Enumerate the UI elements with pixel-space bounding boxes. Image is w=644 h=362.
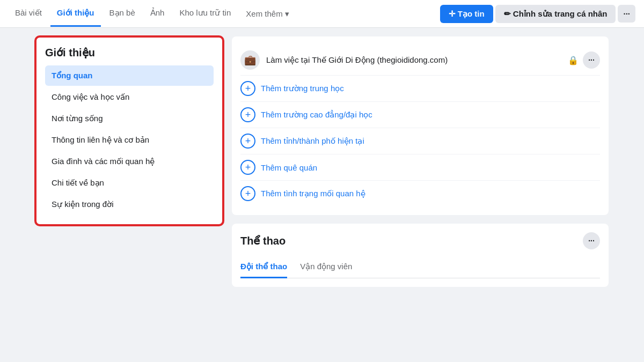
add-relationship-label[interactable]: Thêm tình trạng mối quan hệ (261, 189, 600, 198)
work-row: 💼 Làm việc tại Thế Giới Di Động (thegioi… (240, 45, 600, 76)
add-city-icon: + (240, 134, 255, 149)
sports-title-row: Thể thao ··· (240, 232, 600, 249)
add-hometown-icon: + (240, 160, 255, 175)
plus-icon-2: + (245, 109, 251, 121)
edit-profile-button[interactable]: ✏ Chỉnh sửa trang cá nhân (495, 5, 616, 23)
tab-doi-the-thao[interactable]: Đội thể thao (240, 256, 287, 278)
add-university-row[interactable]: + Thêm trường cao đẳng/đại học (240, 102, 600, 128)
plus-icon-3: + (245, 136, 251, 147)
plus-icon: + (245, 83, 251, 94)
main-content: Giới thiệu Tổng quan Công việc và học vấ… (27, 28, 617, 295)
nav-more-button[interactable]: ··· (618, 5, 635, 23)
lock-icon: 🔒 (568, 55, 579, 65)
sports-tabs: Đội thể thao Vận động viên (240, 256, 600, 278)
intro-card: Giới thiệu Tổng quan Công việc và học vấ… (35, 36, 223, 225)
top-navigation: Bài viết Giới thiệu Bạn bè Ảnh Kho lưu t… (0, 0, 644, 28)
add-hometown-label[interactable]: Thêm quê quán (261, 163, 600, 172)
create-post-button[interactable]: ✛ Tạo tin (440, 5, 493, 23)
work-label: Làm việc tại Thế Giới Di Động (thegioidi… (266, 55, 568, 65)
work-actions: 🔒 ··· (568, 51, 600, 69)
add-city-row[interactable]: + Thêm tỉnh/thành phố hiện tại (240, 128, 600, 154)
work-icon: 💼 (240, 50, 260, 70)
add-high-school-icon: + (240, 81, 255, 96)
sports-more-button[interactable]: ··· (583, 232, 600, 249)
intro-title: Giới thiệu (45, 46, 214, 59)
sports-title: Thể thao (240, 234, 286, 247)
briefcase-icon: 💼 (244, 54, 256, 66)
work-more-button[interactable]: ··· (583, 51, 600, 69)
add-university-label[interactable]: Thêm trường cao đẳng/đại học (261, 110, 600, 120)
sports-card: Thể thao ··· Đội thể thao Vận động viên (232, 224, 609, 287)
plus-icon-4: + (245, 162, 251, 173)
add-relationship-icon: + (240, 186, 255, 201)
left-panel: Giới thiệu Tổng quan Công việc và học vấ… (35, 36, 223, 287)
menu-item-gia-dinh[interactable]: Gia đình và các mối quan hệ (45, 151, 214, 172)
menu-item-su-kien[interactable]: Sự kiện trong đời (45, 194, 214, 215)
add-hometown-row[interactable]: + Thêm quê quán (240, 154, 600, 181)
menu-item-tong-quan[interactable]: Tổng quan (45, 65, 214, 86)
nav-ban-be[interactable]: Bạn bè (103, 1, 142, 27)
add-university-icon: + (240, 107, 255, 122)
nav-anh[interactable]: Ảnh (144, 1, 171, 27)
nav-gioi-thieu[interactable]: Giới thiệu (50, 1, 101, 27)
add-city-label[interactable]: Thêm tỉnh/thành phố hiện tại (261, 136, 600, 146)
menu-item-thong-tin-lien-he[interactable]: Thông tin liên hệ và cơ bản (45, 130, 214, 150)
plus-icon-5: + (245, 188, 251, 200)
menu-item-noi-tung-song[interactable]: Nơi từng sống (45, 108, 214, 129)
add-relationship-row[interactable]: + Thêm tình trạng mối quan hệ (240, 181, 600, 206)
add-high-school-label[interactable]: Thêm trường trung học (261, 84, 600, 93)
right-panel: 💼 Làm việc tại Thế Giới Di Động (thegioi… (232, 36, 609, 287)
menu-item-cong-viec[interactable]: Công việc và học vấn (45, 87, 214, 107)
nav-kho-luu-tru[interactable]: Kho lưu trữ tin (173, 1, 237, 27)
nav-bai-viet[interactable]: Bài viết (9, 1, 48, 27)
info-card: 💼 Làm việc tại Thế Giới Di Động (thegioi… (232, 36, 609, 215)
tab-van-dong-vien[interactable]: Vận động viên (300, 256, 352, 278)
nav-xem-them[interactable]: Xem thêm ▾ (239, 2, 296, 26)
add-high-school-row[interactable]: + Thêm trường trung học (240, 76, 600, 102)
menu-item-chi-tiet[interactable]: Chi tiết về bạn (45, 173, 214, 193)
